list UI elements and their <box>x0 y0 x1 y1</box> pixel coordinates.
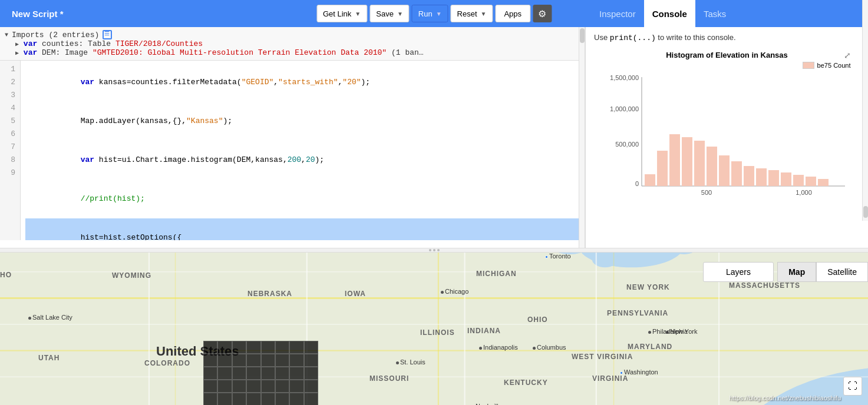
svg-text:1,000: 1,000 <box>796 189 812 196</box>
console-hint: Use print(...) to write to this console. <box>594 33 860 42</box>
scroll-thumb[interactable] <box>580 28 585 43</box>
city-stlouis: St. Louis <box>396 358 425 366</box>
label-illinois: ILLINOIS <box>420 328 455 337</box>
label-newyork: NEW YORK <box>626 283 670 291</box>
save-arrow: ▼ <box>397 11 403 17</box>
svg-rect-16 <box>768 170 779 186</box>
right-scroll-thumb[interactable] <box>863 206 868 218</box>
code-line-4: //print(hist); <box>25 180 580 218</box>
imports-icon <box>103 30 112 39</box>
watermark: https://blog.csdn.net/znebushibiaoshifu <box>729 394 841 401</box>
svg-text:500: 500 <box>701 189 711 196</box>
county-arrow[interactable]: ▶ <box>15 41 19 48</box>
stlouis-dot <box>396 361 399 364</box>
line-numbers: 1 2 3 4 5 6 7 8 9 <box>0 61 21 240</box>
label-colorado: COLORADO <box>144 359 190 367</box>
chicago-dot <box>441 291 444 294</box>
map-area[interactable]: HO WYOMING MICHIGAN NEW YORK NEBRASKA IO… <box>0 253 868 405</box>
toronto-dot <box>545 255 548 258</box>
city-toronto: Toronto <box>545 253 571 260</box>
get-link-arrow: ▼ <box>355 11 361 17</box>
city-philadelphia: Philadelphia <box>648 328 688 335</box>
label-westvirginia: WEST VIRGINIA <box>572 353 633 361</box>
code-line-5: hist=hist.setOptions({ <box>25 218 580 240</box>
label-maryland: MARYLAND <box>628 343 672 351</box>
legend-label: be75 Count <box>817 62 851 69</box>
svg-rect-11 <box>707 147 717 186</box>
run-button[interactable]: Run ▼ <box>412 5 448 22</box>
indianapolis-dot <box>479 347 482 350</box>
city-nashville: Nashville <box>471 403 502 405</box>
save-button[interactable]: Save ▼ <box>369 5 410 22</box>
script-title: New Script * <box>0 9 75 19</box>
svg-text:500,000: 500,000 <box>615 141 639 148</box>
resize-dots <box>429 249 440 251</box>
tab-inspector[interactable]: Inspector <box>591 0 644 27</box>
svg-text:1,000,000: 1,000,000 <box>610 105 639 112</box>
svg-rect-10 <box>694 141 705 186</box>
dem-arrow[interactable]: ▶ <box>15 50 19 57</box>
svg-rect-6 <box>645 174 655 186</box>
right-tab-bar: Inspector Console Tasks <box>585 0 868 27</box>
code-content[interactable]: var kansas=counties.filterMetadata("GEOI… <box>21 61 585 240</box>
editor-scrollbar[interactable] <box>579 27 585 248</box>
label-missouri: MISSOURI <box>369 374 409 383</box>
label-ohio: OHIO <box>527 316 548 324</box>
run-arrow: ▼ <box>436 11 442 17</box>
reset-button[interactable]: Reset ▼ <box>451 5 493 22</box>
philly-dot <box>648 331 651 334</box>
apps-button[interactable]: Apps <box>495 5 530 22</box>
import-item-dem: ▶ var DEM: Image "GMTED2010: Global Mult… <box>15 48 580 57</box>
chart-area: ⤢ Histogram of Elevation in Kansas be75 … <box>603 51 851 201</box>
imports-arrow[interactable]: ▼ <box>5 32 8 38</box>
kansas-overlay <box>203 341 318 405</box>
label-nebraska: NEBRASKA <box>247 290 292 298</box>
import-item-counties: ▶ var counties: Table TIGER/2018/Countie… <box>15 39 580 48</box>
imports-section: ▼ Imports (2 entries) ▶ var counties: Ta… <box>0 27 585 61</box>
console-area: Use print(...) to write to this console.… <box>586 27 868 248</box>
svg-text:0: 0 <box>635 180 638 187</box>
toolbar-buttons: Get Link ▼ Save ▼ Run ▼ Reset ▼ Apps ⚙ <box>316 5 552 22</box>
imports-title: Imports (2 entries) <box>12 31 99 39</box>
get-link-button[interactable]: Get Link ▼ <box>316 5 367 22</box>
code-line-2: Map.addLayer(kansas,{},"Kansas"); <box>25 102 580 141</box>
svg-rect-17 <box>781 172 791 186</box>
svg-rect-20 <box>818 179 829 186</box>
svg-rect-19 <box>806 177 816 186</box>
expand-icon[interactable]: ⤢ <box>844 51 851 61</box>
resize-handle[interactable] <box>0 248 868 253</box>
dc-dot <box>620 371 623 374</box>
map-satellite-toggle: Map Satellite <box>777 262 868 282</box>
svg-rect-15 <box>756 168 767 186</box>
label-ho: HO <box>0 271 12 279</box>
tab-tasks[interactable]: Tasks <box>695 0 734 27</box>
label-iowa: IOWA <box>345 290 366 298</box>
label-michigan: MICHIGAN <box>476 270 517 278</box>
map-button[interactable]: Map <box>777 262 816 282</box>
fullscreen-button[interactable]: ⛶ <box>843 377 862 396</box>
label-indiana: INDIANA <box>467 327 501 335</box>
svg-rect-18 <box>793 175 804 186</box>
satellite-button[interactable]: Satellite <box>816 262 868 282</box>
svg-rect-13 <box>731 161 742 186</box>
top-bar: New Script * Get Link ▼ Save ▼ Run ▼ Res… <box>0 0 868 27</box>
layers-panel[interactable]: Layers <box>703 262 774 282</box>
city-columbus: Columbus <box>533 344 566 351</box>
city-washington: Washington <box>620 369 658 376</box>
svg-rect-8 <box>669 134 680 186</box>
reset-arrow: ▼ <box>481 11 487 17</box>
code-line-1: var kansas=counties.filterMetadata("GEOI… <box>25 63 580 102</box>
svg-rect-14 <box>744 166 754 186</box>
right-panel-scrollbar[interactable] <box>862 27 868 221</box>
tab-console[interactable]: Console <box>644 0 695 27</box>
slc-dot <box>28 317 31 320</box>
gear-button[interactable]: ⚙ <box>533 5 552 22</box>
main-layout: ▼ Imports (2 entries) ▶ var counties: Ta… <box>0 27 868 405</box>
upper-area: ▼ Imports (2 entries) ▶ var counties: Ta… <box>0 27 868 248</box>
legend-color-box <box>803 62 814 69</box>
chart-title: Histogram of Elevation in Kansas <box>603 51 851 59</box>
city-indianapolis: Indianapolis <box>479 344 518 351</box>
code-editor[interactable]: ▼ Imports (2 entries) ▶ var counties: Ta… <box>0 27 585 248</box>
chart-legend: be75 Count <box>603 62 851 69</box>
label-utah: UTAH <box>38 354 60 362</box>
